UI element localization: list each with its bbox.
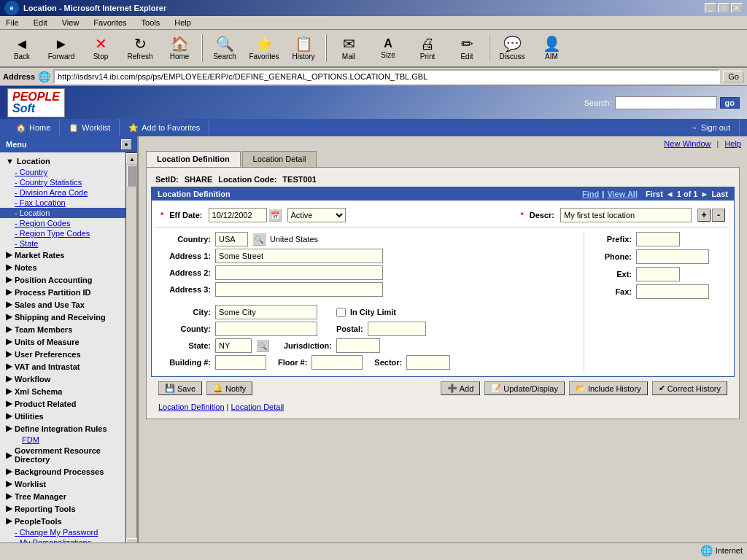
favorites-button[interactable]: ⭐ Favorites — [245, 31, 283, 65]
country-code-input[interactable] — [215, 232, 248, 246]
sidebar-item-my-personalizations[interactable]: - My Personalizations — [0, 537, 125, 542]
size-button[interactable]: A Size — [369, 31, 407, 65]
sidebar-item-reporting-tools[interactable]: ▶ Reporting Tools — [0, 502, 125, 515]
jurisdiction-input[interactable] — [336, 338, 380, 353]
edit-button[interactable]: ✏ Edit — [448, 31, 486, 65]
search-button[interactable]: 🔍 Search — [206, 31, 244, 65]
status-select[interactable]: Active Inactive — [287, 208, 346, 222]
calendar-button[interactable]: 📅 — [268, 209, 282, 222]
add-button[interactable]: ➕ Add — [441, 381, 481, 395]
sidebar-item-fax-location[interactable]: - Fax Location — [0, 198, 125, 208]
sidebar-item-team-members[interactable]: ▶ Team Members — [0, 323, 125, 335]
header-search-input[interactable] — [615, 96, 717, 109]
history-button[interactable]: 📋 History — [285, 31, 322, 65]
scroll-up-button[interactable]: ▲ — [126, 153, 138, 165]
county-input[interactable] — [215, 322, 317, 336]
building-input[interactable] — [215, 355, 266, 370]
help-link[interactable]: Help — [724, 139, 741, 148]
maximize-button[interactable]: □ — [718, 3, 729, 13]
sidebar-scrollbar[interactable]: ▲ ▼ — [125, 152, 137, 542]
state-lookup-button[interactable]: 🔍 — [256, 339, 269, 352]
sidebar-item-notes[interactable]: ▶ Notes — [0, 261, 125, 273]
aim-button[interactable]: 👤 AIM — [533, 31, 570, 65]
correct-history-button[interactable]: ✔ Correct History — [652, 381, 727, 395]
sidebar-item-background-processes[interactable]: ▶ Background Processes — [0, 465, 125, 478]
include-history-button[interactable]: 📂 Include History — [569, 381, 648, 395]
sidebar-item-shipping-receiving[interactable]: ▶ Shipping and Receiving — [0, 311, 125, 323]
sidebar-item-tree-manager[interactable]: ▶ Tree Manager — [0, 490, 125, 502]
country-lookup-button[interactable]: 🔍 — [252, 233, 266, 246]
sidebar-item-location[interactable]: - Location — [0, 208, 125, 218]
sidebar-item-utilities[interactable]: ▶ Utilities — [0, 410, 125, 422]
address1-input[interactable] — [215, 249, 383, 263]
menu-tools[interactable]: Tools — [139, 18, 163, 28]
minimize-button[interactable]: _ — [705, 3, 716, 13]
sidebar-item-units-of-measure[interactable]: ▶ Units of Measure — [0, 335, 125, 348]
sidebar-item-define-integration-rules[interactable]: ▶ Define Integration Rules — [0, 422, 125, 435]
in-city-limit-checkbox[interactable] — [336, 308, 346, 317]
find-link[interactable]: Find — [582, 190, 599, 198]
sidebar-item-sales-use-tax[interactable]: ▶ Sales and Use Tax — [0, 298, 125, 311]
scroll-thumb[interactable] — [127, 165, 137, 187]
eff-date-input[interactable] — [209, 208, 267, 222]
sidebar-item-change-password[interactable]: - Change My Password — [0, 527, 125, 537]
sidebar-item-location-group[interactable]: ▼ Location — [0, 155, 125, 167]
scroll-down-button[interactable]: ▼ — [126, 538, 138, 542]
sidebar-item-position-accounting[interactable]: ▶ Position Accounting — [0, 273, 125, 286]
prefix-input[interactable] — [636, 232, 680, 246]
address3-input[interactable] — [215, 282, 383, 297]
sidebar-item-workflow[interactable]: ▶ Workflow — [0, 373, 125, 385]
sidebar-item-region-type-codes[interactable]: - Region Type Codes — [0, 228, 125, 238]
sidebar-close-button[interactable]: ● — [121, 139, 131, 149]
tab-location-detail[interactable]: Location Detail — [242, 151, 317, 167]
sidebar-item-fdm[interactable]: FDM — [0, 435, 125, 445]
nav-sign-out[interactable]: → Sign out — [681, 119, 740, 136]
remove-row-button[interactable]: - — [712, 209, 725, 222]
sidebar-item-product-related[interactable]: ▶ Product Related — [0, 397, 125, 410]
prev-icon[interactable]: ◄ — [666, 190, 674, 198]
address-input[interactable] — [53, 69, 720, 84]
tab-location-definition[interactable]: Location Definition — [146, 151, 241, 167]
save-button[interactable]: 💾 Save — [158, 381, 202, 395]
sidebar-item-vat-intrastat[interactable]: ▶ VAT and Intrastat — [0, 360, 125, 373]
sidebar-item-market-rates[interactable]: ▶ Market Rates — [0, 249, 125, 261]
sidebar-item-government-resource[interactable]: ▶ Government Resource Directory — [0, 445, 125, 465]
menu-help[interactable]: Help — [171, 18, 194, 28]
ext-input[interactable] — [636, 267, 680, 281]
state-input[interactable] — [215, 338, 252, 353]
mail-button[interactable]: ✉ Mail — [330, 31, 368, 65]
nav-add-favorites[interactable]: ⭐ Add to Favorites — [120, 119, 209, 136]
refresh-button[interactable]: ↻ Refresh — [121, 31, 159, 65]
menu-file[interactable]: File — [3, 18, 22, 28]
close-button[interactable]: ✕ — [731, 3, 743, 13]
discuss-button[interactable]: 💬 Discuss — [493, 31, 531, 65]
sidebar-item-state[interactable]: - State — [0, 238, 125, 249]
sidebar-item-xml-schema[interactable]: ▶ Xml Schema — [0, 385, 125, 397]
view-all-link[interactable]: View All — [607, 190, 638, 198]
sidebar-item-division-area-code[interactable]: - Division Area Code — [0, 187, 125, 198]
back-button[interactable]: ◄ Back — [3, 31, 41, 65]
menu-favorites[interactable]: Favorites — [90, 18, 129, 28]
phone-input[interactable] — [636, 249, 709, 264]
bottom-link-location-definition[interactable]: Location Definition — [158, 402, 225, 411]
notify-button[interactable]: 🔔 Notify — [206, 381, 252, 395]
sidebar-item-process-partition-id[interactable]: ▶ Process Partition ID — [0, 286, 125, 298]
home-button[interactable]: 🏠 Home — [160, 31, 198, 65]
sidebar-item-region-codes[interactable]: - Region Codes — [0, 218, 125, 228]
menu-view[interactable]: View — [59, 18, 82, 28]
add-row-button[interactable]: + — [697, 209, 711, 222]
stop-button[interactable]: ✕ Stop — [82, 31, 120, 65]
new-window-link[interactable]: New Window — [664, 139, 711, 148]
postal-input[interactable] — [368, 322, 426, 336]
forward-button[interactable]: ► Forward — [42, 31, 80, 65]
bottom-link-location-detail[interactable]: Location Detail — [231, 402, 285, 411]
floor-input[interactable] — [311, 355, 363, 370]
header-go-button[interactable]: go — [720, 97, 740, 109]
sidebar-item-people-tools[interactable]: ▶ PeopleTools — [0, 515, 125, 527]
next-icon[interactable]: ► — [700, 190, 708, 198]
sidebar-item-country-statistics[interactable]: - Country Statistics — [0, 177, 125, 187]
print-button[interactable]: 🖨 Print — [409, 31, 446, 65]
address2-input[interactable] — [215, 265, 383, 280]
sidebar-item-user-preferences[interactable]: ▶ User Preferences — [0, 348, 125, 360]
descr-input[interactable] — [560, 208, 692, 222]
